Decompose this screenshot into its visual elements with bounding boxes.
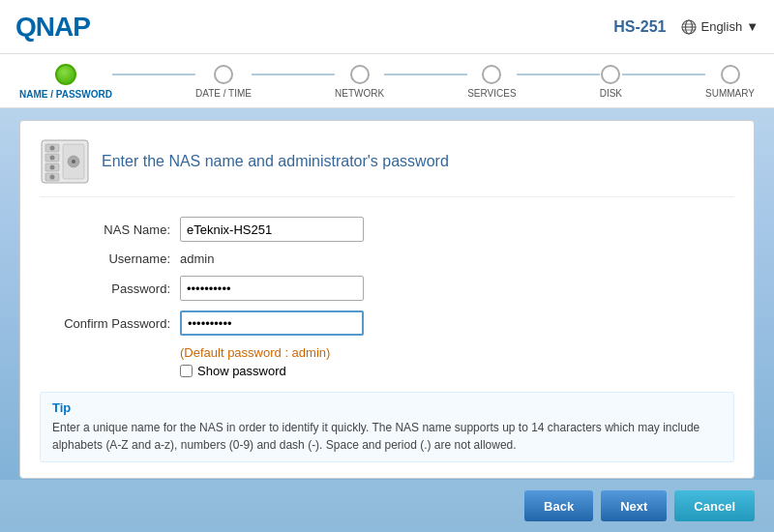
step-circle-services (482, 65, 501, 84)
confirm-password-input[interactable] (180, 310, 364, 336)
username-label: Username: (40, 251, 180, 266)
step-name-password: NAME / PASSWORD (19, 64, 112, 100)
nas-name-group: NAS Name: (40, 217, 734, 242)
username-value: admin (180, 251, 214, 266)
section-header: Enter the NAS name and administrator's p… (40, 136, 734, 197)
step-circle-network (350, 65, 370, 84)
tip-text: Enter a unique name for the NAS in order… (52, 419, 722, 454)
step-label-network: NETWORK (335, 88, 384, 99)
step-network: NETWORK (335, 65, 384, 99)
connector-5 (622, 74, 705, 75)
section-title: Enter the NAS name and administrator's p… (102, 153, 449, 170)
password-group: Password: (40, 276, 734, 301)
steps-container: NAME / PASSWORD DATE / TIME NETWORK SERV… (19, 64, 755, 100)
confirm-password-label: Confirm Password: (40, 316, 180, 331)
password-input[interactable] (180, 276, 364, 301)
step-label-date-time: DATE / TIME (195, 88, 252, 99)
main-content: Enter the NAS name and administrator's p… (19, 120, 755, 479)
svg-point-12 (50, 165, 55, 170)
show-password-label: Show password (197, 364, 286, 378)
step-label-disk: DISK (600, 88, 622, 99)
step-label-summary: SUMMARY (705, 88, 755, 99)
step-circle-summary (721, 65, 740, 84)
tip-title: Tip (52, 400, 722, 415)
globe-icon (681, 19, 697, 35)
nas-device-icon (40, 136, 90, 187)
step-label-name-password: NAME / PASSWORD (19, 89, 112, 100)
model-name: HS-251 (613, 18, 666, 36)
language-selector[interactable]: English ▼ (681, 19, 759, 35)
step-circle-date-time (214, 65, 233, 84)
connector-2 (252, 74, 335, 75)
svg-point-16 (72, 160, 75, 163)
default-password-note: (Default password : admin) (180, 345, 734, 360)
connector-3 (384, 74, 467, 75)
progress-bar: NAME / PASSWORD DATE / TIME NETWORK SERV… (0, 54, 774, 108)
step-circle-name-password (55, 64, 76, 85)
svg-point-13 (50, 175, 55, 180)
password-label: Password: (40, 281, 180, 296)
step-services: SERVICES (467, 65, 516, 99)
step-date-time: DATE / TIME (195, 65, 252, 99)
show-password-checkbox[interactable] (180, 365, 193, 377)
cancel-button[interactable]: Cancel (674, 490, 755, 521)
header-right: HS-251 English ▼ (613, 18, 759, 36)
connector-1 (112, 74, 195, 75)
footer: Back Next Cancel (0, 480, 774, 532)
step-summary: SUMMARY (705, 65, 755, 99)
tip-box: Tip Enter a unique name for the NAS in o… (40, 392, 734, 462)
next-button[interactable]: Next (601, 490, 667, 521)
language-label: English (700, 19, 742, 34)
connector-4 (517, 74, 600, 75)
username-group: Username: admin (40, 251, 734, 266)
step-circle-disk (601, 65, 620, 84)
svg-point-11 (50, 156, 55, 161)
dropdown-arrow-icon: ▼ (746, 19, 759, 34)
nas-name-input[interactable] (180, 217, 364, 242)
svg-point-10 (50, 146, 55, 151)
header: QNAP HS-251 English ▼ (0, 0, 774, 54)
nas-name-label: NAS Name: (40, 222, 180, 237)
qnap-logo: QNAP (15, 12, 90, 43)
show-password-row: Show password (180, 364, 734, 378)
step-disk: DISK (600, 65, 622, 99)
step-label-services: SERVICES (467, 88, 516, 99)
back-button[interactable]: Back (524, 490, 593, 521)
confirm-password-group: Confirm Password: (40, 310, 734, 336)
